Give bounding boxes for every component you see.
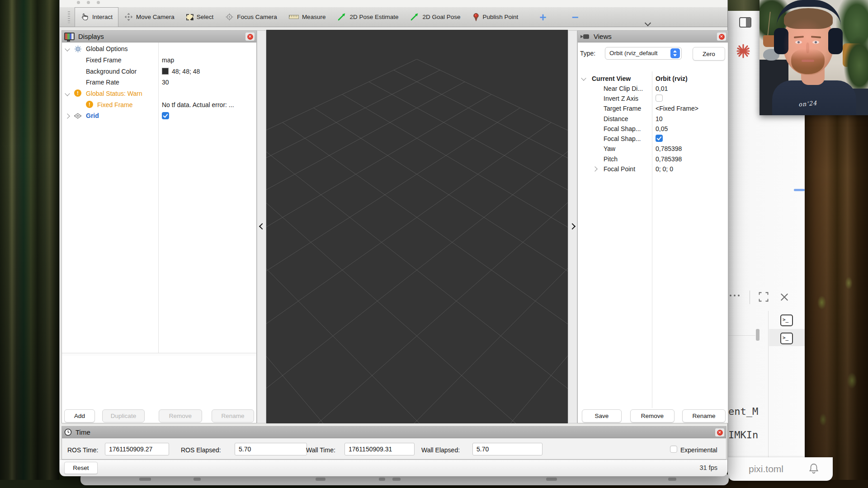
remove-button[interactable]: Remove — [159, 409, 202, 422]
traffic-light-icon — [97, 1, 100, 4]
rename-button[interactable]: Rename — [682, 409, 726, 422]
tree-row-focal-point[interactable]: Focal Point 0; 0; 0 — [578, 164, 728, 174]
tree-row-focal-shape-size[interactable]: Focal Shap... 0,05 — [578, 124, 728, 134]
tree-row-focal-shape-fixed[interactable]: Focal Shap... — [578, 134, 728, 144]
time-panel: Time ROS Time: 1761150909.27 ROS Elapsed… — [61, 426, 726, 460]
ellipsis-menu-icon[interactable] — [730, 295, 745, 298]
grid-enabled-checkbox[interactable] — [162, 112, 169, 119]
tree-row-frame-rate[interactable]: Frame Rate 30 — [62, 77, 256, 88]
tool-2d-goal-pose[interactable]: 2D Goal Pose — [404, 7, 466, 27]
close-panel-button[interactable] — [245, 33, 255, 41]
tool-2d-pose-estimate[interactable]: 2D Pose Estimate — [331, 7, 404, 27]
tree-row-yaw[interactable]: Yaw 0,785398 — [578, 144, 728, 154]
ground-grid — [266, 30, 568, 423]
tree-row-global-status[interactable]: Global Status: Warn — [62, 88, 256, 99]
ros-time-input[interactable]: 1761150909.27 — [105, 443, 169, 455]
remove-button[interactable]: Remove — [630, 409, 675, 422]
expander-icon[interactable] — [65, 46, 70, 51]
wall-elapsed-input[interactable]: 5.70 — [472, 443, 542, 455]
save-button[interactable]: Save — [582, 409, 622, 422]
ros-time-label: ROS Time: — [67, 446, 98, 454]
tree-row-pitch[interactable]: Pitch 0,785398 — [578, 154, 728, 164]
wall-time-input[interactable]: 1761150909.31 — [344, 443, 415, 455]
displays-panel-header[interactable]: Displays — [62, 31, 256, 42]
tool-move-camera[interactable]: Move Camera — [118, 7, 180, 27]
views-panel-header[interactable]: Views — [578, 31, 728, 42]
invert-z-checkbox[interactable] — [656, 94, 663, 102]
color-swatch[interactable] — [162, 68, 169, 75]
panel-toggle-icon[interactable] — [739, 17, 751, 28]
focal-shape-checkbox[interactable] — [656, 135, 663, 142]
reset-button[interactable]: Reset — [64, 462, 98, 474]
tool-publish-point[interactable]: Publish Point — [467, 7, 524, 27]
zero-button[interactable]: Zero — [693, 47, 725, 61]
screen-glow — [783, 18, 828, 72]
selection-box-icon — [186, 14, 193, 20]
scrollbar-thumb[interactable] — [756, 329, 760, 341]
panel-collapse-left[interactable] — [257, 30, 266, 423]
tree-row-background-color[interactable]: Background Color 48; 48; 48 — [62, 66, 256, 77]
tree-row-invert-z[interactable]: Invert Z Axis — [578, 94, 728, 103]
tree-row-target-frame[interactable]: Target Frame <Fixed Frame> — [578, 103, 728, 113]
add-button[interactable]: Add — [64, 409, 95, 422]
green-arrow-icon — [410, 13, 419, 21]
tree-row-grid[interactable]: Grid — [62, 110, 256, 122]
window-titlebar[interactable] — [60, 0, 727, 7]
tree-row-global-options[interactable]: Global Options — [62, 43, 256, 55]
expander-icon[interactable] — [65, 113, 70, 118]
wall-elapsed-label: Wall Elapsed: — [421, 446, 460, 454]
gear-icon — [74, 45, 82, 53]
fullscreen-icon[interactable] — [759, 292, 769, 302]
ros-elapsed-input[interactable]: 5.70 — [235, 443, 307, 455]
traffic-light-icon — [87, 1, 90, 4]
tree-row-fixed-frame-warning[interactable]: Fixed Frame No tf data. Actual error: ..… — [62, 99, 256, 111]
code-fragment: ent_M — [728, 406, 758, 417]
close-icon — [719, 34, 725, 40]
time-panel-header[interactable]: Time — [62, 427, 726, 438]
close-panel-button[interactable] — [715, 428, 724, 436]
tree-row-near-clip[interactable]: Near Clip Di... 0,01 — [578, 84, 728, 94]
blue-indicator — [794, 189, 805, 191]
expander-icon[interactable] — [581, 75, 586, 80]
tree-row-distance[interactable]: Distance 10 — [578, 114, 728, 124]
green-arrow-icon — [337, 13, 346, 21]
views-panel: Views Type: Orbit (rviz_default Zero Cur… — [577, 30, 728, 423]
fps-counter: 31 fps — [700, 464, 718, 471]
expander-icon[interactable] — [592, 166, 597, 171]
crosshair-icon — [225, 13, 234, 21]
code-fragment: IMKIn — [728, 429, 758, 441]
add-tool-button[interactable]: + — [539, 13, 546, 22]
terminal-icon[interactable] — [780, 333, 793, 344]
view-type-select[interactable]: Orbit (rviz_default — [605, 47, 682, 60]
tool-select[interactable]: Select — [180, 7, 220, 27]
3d-viewport[interactable] — [266, 30, 568, 423]
duplicate-button[interactable]: Duplicate — [102, 409, 145, 422]
panel-splitter[interactable] — [62, 353, 256, 355]
toolbar-overflow-chevron-icon[interactable] — [645, 20, 651, 26]
tool-measure[interactable]: Measure — [283, 7, 332, 27]
camera-icon — [580, 33, 590, 40]
file-name[interactable]: pixi.toml — [749, 464, 783, 474]
headphones-earcup — [828, 28, 843, 54]
chevron-right-icon — [569, 223, 576, 230]
tree-row-current-view[interactable]: Current View Orbit (rviz) — [578, 74, 728, 84]
panel-title: Views — [594, 33, 612, 40]
close-panel-button[interactable] — [717, 33, 726, 41]
bell-icon[interactable] — [808, 463, 819, 474]
close-icon[interactable] — [780, 293, 788, 301]
tool-focus-camera[interactable]: Focus Camera — [219, 7, 283, 27]
tool-interact[interactable]: Interact — [75, 7, 118, 27]
displays-icon — [64, 33, 75, 40]
toolbar-drag-handle[interactable] — [68, 11, 70, 23]
experimental-checkbox[interactable] — [670, 446, 677, 453]
panel-collapse-right[interactable] — [568, 30, 577, 423]
expander-icon[interactable] — [65, 91, 70, 96]
rename-button[interactable]: Rename — [212, 409, 254, 422]
terminal-icon[interactable] — [780, 314, 793, 326]
hand-icon — [80, 13, 89, 21]
traffic-light-icon — [77, 1, 80, 4]
tree-row-fixed-frame[interactable]: Fixed Frame map — [62, 55, 256, 66]
starburst-icon — [736, 43, 750, 59]
remove-tool-button[interactable]: − — [572, 14, 579, 21]
warning-icon — [74, 89, 81, 97]
